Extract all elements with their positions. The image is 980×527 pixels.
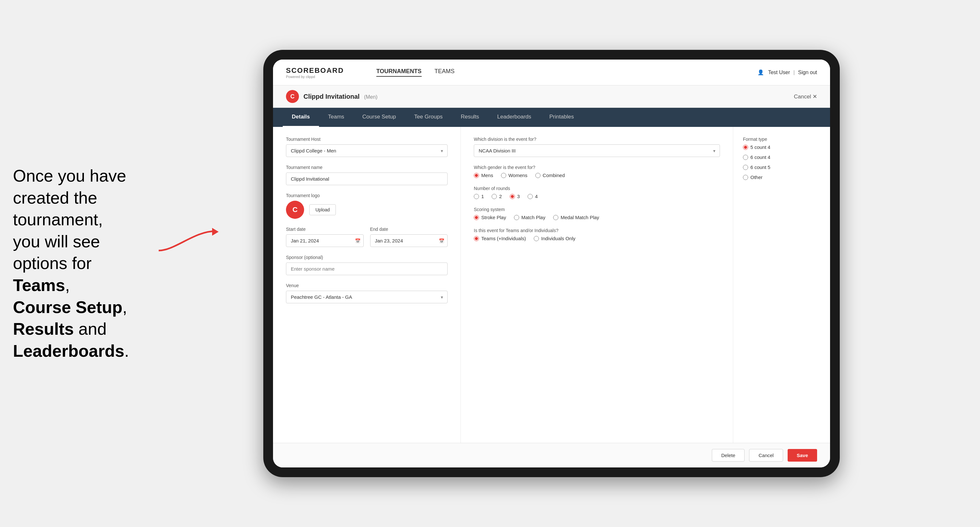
- venue-group: Venue Peachtree GC - Atlanta - GA: [286, 283, 447, 303]
- start-date-wrapper: [286, 234, 364, 247]
- rounds-1[interactable]: 1: [474, 194, 484, 199]
- tab-printables[interactable]: Printables: [540, 108, 583, 127]
- format-6count4[interactable]: 6 count 4: [743, 154, 820, 160]
- format-6count4-label: 6 count 4: [750, 154, 770, 160]
- format-other[interactable]: Other: [743, 175, 820, 180]
- scoring-stroke-radio[interactable]: [474, 215, 479, 220]
- rounds-2-label: 2: [499, 194, 502, 199]
- gender-mens-radio[interactable]: [474, 173, 479, 178]
- scoring-match-radio[interactable]: [514, 215, 519, 220]
- gender-womens[interactable]: Womens: [501, 173, 528, 178]
- tournament-host-select[interactable]: Clippd College - Men: [286, 144, 447, 157]
- cancel-button[interactable]: Cancel: [749, 449, 783, 462]
- rounds-1-radio[interactable]: [474, 194, 479, 199]
- tab-results[interactable]: Results: [452, 108, 488, 127]
- format-6count5-radio[interactable]: [743, 165, 748, 170]
- tournament-logo-label: Tournament logo: [286, 193, 447, 198]
- format-other-radio[interactable]: [743, 175, 748, 180]
- scoring-match-label: Match Play: [522, 214, 546, 220]
- tablet-frame: SCOREBOARD Powered by clippd TOURNAMENTS…: [263, 50, 840, 477]
- individuals-only-radio[interactable]: [534, 236, 539, 241]
- rounds-3[interactable]: 3: [510, 194, 520, 199]
- tournament-name-label: Tournament name: [286, 165, 447, 170]
- cancel-button-header[interactable]: Cancel ✕: [794, 93, 817, 100]
- delete-button[interactable]: Delete: [712, 449, 745, 462]
- tab-course-setup[interactable]: Course Setup: [353, 108, 405, 127]
- scoring-medal-radio[interactable]: [553, 215, 558, 220]
- sign-out-link[interactable]: Sign out: [798, 70, 817, 75]
- upload-button[interactable]: Upload: [309, 204, 336, 215]
- save-button[interactable]: Save: [788, 449, 817, 462]
- format-5count4[interactable]: 5 count 4: [743, 144, 820, 150]
- main-content: Tournament Host Clippd College - Men Tou…: [273, 127, 830, 443]
- logo-text: SCOREBOARD: [286, 67, 344, 75]
- division-select[interactable]: NCAA Division III: [474, 144, 720, 157]
- rounds-4-radio[interactable]: [528, 194, 533, 199]
- format-5count4-label: 5 count 4: [750, 144, 770, 150]
- start-date-label: Start date: [286, 227, 364, 232]
- nav-teams[interactable]: TEAMS: [434, 68, 455, 77]
- sponsor-input[interactable]: [286, 262, 447, 275]
- division-label: Which division is the event for?: [474, 137, 720, 142]
- rounds-2-radio[interactable]: [492, 194, 497, 199]
- tab-details[interactable]: Details: [283, 108, 319, 127]
- tab-leaderboards[interactable]: Leaderboards: [488, 108, 540, 127]
- teams-individuals-group: Is this event for Teams and/or Individua…: [474, 228, 720, 241]
- tab-bar: Details Teams Course Setup Tee Groups Re…: [273, 108, 830, 127]
- end-date-group: End date: [370, 227, 448, 247]
- scoring-match[interactable]: Match Play: [514, 214, 546, 220]
- scoring-medal-match[interactable]: Medal Match Play: [553, 214, 599, 220]
- sponsor-label: Sponsor (optional): [286, 255, 447, 260]
- scoring-stroke-label: Stroke Play: [481, 214, 506, 220]
- scoring-medal-label: Medal Match Play: [561, 214, 599, 220]
- tab-tee-groups[interactable]: Tee Groups: [405, 108, 452, 127]
- teams-plus-label: Teams (+Individuals): [481, 236, 526, 241]
- gender-mens[interactable]: Mens: [474, 173, 493, 178]
- gender-mens-label: Mens: [481, 173, 493, 178]
- tournament-name-group: Tournament name: [286, 165, 447, 185]
- venue-select[interactable]: Peachtree GC - Atlanta - GA: [286, 291, 447, 303]
- format-6count4-radio[interactable]: [743, 155, 748, 160]
- tournament-host-group: Tournament Host Clippd College - Men: [286, 137, 447, 157]
- rounds-2[interactable]: 2: [492, 194, 502, 199]
- user-label: Test User: [768, 70, 790, 75]
- nav-tournaments[interactable]: TOURNAMENTS: [376, 68, 422, 77]
- scoring-radio-group: Stroke Play Match Play Medal Match Play: [474, 214, 720, 220]
- gender-tag: (Men): [364, 94, 378, 100]
- bottom-bar: Delete Cancel Save: [273, 443, 830, 467]
- end-date-input[interactable]: [370, 234, 448, 247]
- top-nav: SCOREBOARD Powered by clippd TOURNAMENTS…: [273, 60, 830, 86]
- teams-individuals-radio-group: Teams (+Individuals) Individuals Only: [474, 236, 720, 241]
- date-row: Start date End date: [286, 227, 447, 255]
- format-radio-group: 5 count 4 6 count 4 6 count 5 Other: [743, 144, 820, 180]
- tab-teams[interactable]: Teams: [319, 108, 353, 127]
- middle-panel: Which division is the event for? NCAA Di…: [461, 127, 733, 443]
- gender-combined[interactable]: Combined: [535, 173, 565, 178]
- format-type-group: Format type 5 count 4 6 count 4 6 cou: [743, 137, 820, 180]
- rounds-3-label: 3: [517, 194, 520, 199]
- gender-combined-radio[interactable]: [535, 173, 541, 178]
- end-date-wrapper: [370, 234, 448, 247]
- format-5count4-radio[interactable]: [743, 145, 748, 150]
- teams-plus-individuals[interactable]: Teams (+Individuals): [474, 236, 526, 241]
- gender-womens-radio[interactable]: [501, 173, 506, 178]
- start-date-input[interactable]: [286, 234, 364, 247]
- main-nav: TOURNAMENTS TEAMS: [376, 68, 455, 77]
- rounds-3-radio[interactable]: [510, 194, 515, 199]
- format-6count5[interactable]: 6 count 5: [743, 164, 820, 170]
- scoring-stroke[interactable]: Stroke Play: [474, 214, 506, 220]
- tournament-name-input[interactable]: [286, 173, 447, 185]
- format-other-label: Other: [750, 175, 763, 180]
- gender-group: Which gender is the event for? Mens Wome…: [474, 165, 720, 178]
- gender-womens-label: Womens: [509, 173, 528, 178]
- tournament-host-select-wrapper: Clippd College - Men: [286, 144, 447, 157]
- teams-plus-radio[interactable]: [474, 236, 479, 241]
- individuals-only[interactable]: Individuals Only: [534, 236, 576, 241]
- rounds-4[interactable]: 4: [528, 194, 538, 199]
- left-panel: Tournament Host Clippd College - Men Tou…: [273, 127, 461, 443]
- rounds-1-label: 1: [481, 194, 484, 199]
- annotation-text: Once you havecreated thetournament,you w…: [0, 152, 156, 375]
- logo-preview: C: [286, 201, 304, 219]
- division-group: Which division is the event for? NCAA Di…: [474, 137, 720, 157]
- nav-separator: |: [794, 70, 795, 75]
